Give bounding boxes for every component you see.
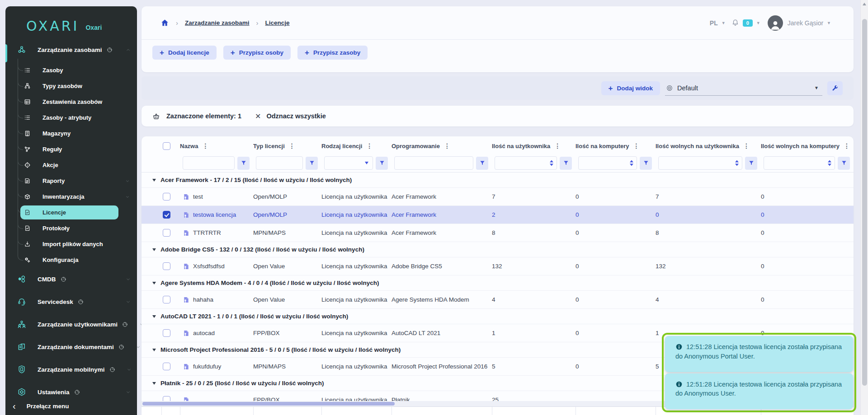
- select-all-checkbox[interactable]: [163, 142, 170, 150]
- group-header-row[interactable]: Adobe Bridge CS5 - 132 / 0 / 132 (Ilość …: [142, 242, 854, 257]
- filter-input-ilość-na-użytkownika[interactable]: [495, 156, 557, 170]
- user-menu[interactable]: Jarek Gąsior: [788, 19, 823, 27]
- chevron-down-icon[interactable]: ▼: [722, 21, 726, 25]
- collapse-group-icon[interactable]: [152, 179, 156, 182]
- chevron-down-icon[interactable]: [126, 390, 131, 395]
- number-spinner-icons[interactable]: [550, 160, 553, 166]
- filter-input-rodzaj-licencji[interactable]: [324, 156, 373, 170]
- sidebar-item-magazyny[interactable]: Magazyny: [5, 126, 137, 141]
- column-header-ilość-na-komputery[interactable]: Ilość na komputery⋮: [576, 142, 656, 149]
- scroll-up-icon[interactable]: [863, 3, 866, 5]
- number-spinner-icons[interactable]: [630, 160, 633, 166]
- column-header-ilość-wolnych-na-użytkownika[interactable]: Ilość wolnych na użytkownika⋮: [656, 142, 761, 149]
- row-checkbox[interactable]: [163, 211, 170, 219]
- number-spinner-icons[interactable]: [735, 160, 739, 166]
- sidebar-item-zasoby[interactable]: Zasoby: [5, 62, 137, 78]
- sidebar-item-licencje[interactable]: Licencje: [5, 205, 137, 220]
- action-button-dodaj-licencje[interactable]: +Dodaj licencje: [152, 46, 217, 60]
- sidebar-group-cmdb[interactable]: CMDB: [5, 268, 137, 290]
- column-menu-icon[interactable]: ⋮: [844, 142, 850, 149]
- row-checkbox[interactable]: [163, 193, 170, 201]
- column-menu-icon[interactable]: ⋮: [444, 142, 450, 149]
- chevron-down-icon[interactable]: ▼: [756, 21, 760, 25]
- avatar[interactable]: [768, 15, 783, 31]
- column-header-ilość-wolnych-na-komputery[interactable]: Ilość wolnych na komputery⋮: [761, 142, 854, 149]
- horizontal-scrollbar-thumb[interactable]: [142, 402, 395, 406]
- column-menu-icon[interactable]: ⋮: [554, 142, 561, 149]
- sidebar-group-zarządzanie-zasobami[interactable]: Zarządzanie zasobami: [5, 41, 137, 59]
- vertical-scrollbar-thumb[interactable]: [862, 19, 867, 386]
- chevron-down-icon[interactable]: [125, 179, 130, 183]
- sidebar-item-zasoby-atrybuty[interactable]: Zasoby - atrybuty: [5, 110, 137, 126]
- breadcrumb-link-zarzadzanie-zasobami[interactable]: Zarządzanie zasobami: [185, 19, 250, 26]
- filter-input-ilość-na-komputery[interactable]: [578, 156, 637, 170]
- view-settings-button[interactable]: [827, 81, 843, 95]
- column-menu-icon[interactable]: ⋮: [633, 142, 639, 149]
- chevron-down-icon[interactable]: [136, 345, 141, 350]
- chevron-down-icon[interactable]: ▼: [827, 21, 831, 25]
- column-menu-icon[interactable]: ⋮: [743, 142, 750, 149]
- toast-notification[interactable]: 12:51:28Licencja testowa licencja został…: [665, 373, 853, 410]
- breadcrumb-link-licencje[interactable]: Licencje: [265, 19, 290, 26]
- row-checkbox[interactable]: [163, 363, 170, 370]
- sidebar-group-servicedesk[interactable]: Servicedesk: [5, 290, 137, 313]
- home-icon[interactable]: [160, 19, 169, 27]
- filter-input-ilość-wolnych-na-użytkownika[interactable]: [658, 156, 742, 170]
- column-header-rodzaj-licencji[interactable]: Rodzaj licencji⋮: [321, 142, 392, 149]
- oxari-logo[interactable]: OXARI Oxari: [5, 6, 137, 36]
- sidebar-item-akcje[interactable]: Akcje: [5, 157, 137, 173]
- sidebar-item-inwentaryzacja[interactable]: Inwentaryzacja: [5, 189, 137, 205]
- filter-button-oprogramowanie[interactable]: [476, 157, 488, 170]
- filter-input-oprogramowanie[interactable]: [394, 156, 473, 170]
- column-header-oprogramowanie[interactable]: Oprogramowanie⋮: [392, 142, 492, 149]
- filter-input-ilość-wolnych-na-komputery[interactable]: [764, 156, 835, 170]
- column-menu-icon[interactable]: ⋮: [202, 142, 208, 149]
- filter-input-nazwa[interactable]: [183, 156, 235, 170]
- notifications-bell-icon[interactable]: [731, 19, 740, 27]
- sidebar-item-import-plików-danych[interactable]: Import plików danych: [5, 236, 137, 252]
- column-header-typ-licencji[interactable]: Typ licencji⋮: [253, 142, 321, 149]
- sidebar-item-raporty[interactable]: Raporty: [5, 173, 137, 189]
- chevron-down-icon[interactable]: [127, 367, 132, 372]
- filter-button-ilość-na-użytkownika[interactable]: [560, 157, 572, 170]
- sidebar-group-zarządzanie-dokumentami[interactable]: Zarządzanie dokumentami: [5, 336, 137, 358]
- row-checkbox[interactable]: [163, 262, 170, 270]
- column-menu-icon[interactable]: ⋮: [366, 142, 373, 149]
- group-header-row[interactable]: Agere Systems HDA Modem - 4 / 0 / 4 (Ilo…: [142, 275, 854, 291]
- sidebar-item-zestawienia-zasobów[interactable]: Zestawienia zasobów: [5, 94, 137, 110]
- group-header-row[interactable]: Acer Framework - 17 / 2 / 15 (Ilość / Il…: [142, 173, 854, 188]
- table-row[interactable]: hahahaOpen ValueLicencja na użytkownikaA…: [142, 291, 854, 309]
- filter-button-ilość-wolnych-na-użytkownika[interactable]: [745, 157, 757, 170]
- filter-button-ilość-na-komputery[interactable]: [640, 157, 652, 170]
- menu-toggle[interactable]: ‹ Przełącz menu: [5, 401, 137, 410]
- chevron-up-icon[interactable]: [126, 47, 131, 52]
- filter-button-ilość-wolnych-na-komputery[interactable]: [838, 157, 850, 170]
- sidebar-item-reguły[interactable]: Reguły: [5, 141, 137, 157]
- sidebar-item-protokoły[interactable]: Protokoły: [5, 220, 137, 236]
- collapse-group-icon[interactable]: [152, 248, 156, 251]
- view-selector[interactable]: Default ▼: [665, 80, 822, 96]
- vertical-scrollbar[interactable]: [860, 0, 868, 415]
- row-checkbox[interactable]: [163, 296, 170, 303]
- filter-button-typ-licencji[interactable]: [306, 157, 318, 170]
- column-header-nazwa[interactable]: Nazwa⋮: [180, 142, 253, 149]
- sidebar-item-konfiguracja[interactable]: Konfiguracja: [5, 252, 137, 268]
- language-selector[interactable]: PL: [710, 19, 718, 27]
- group-header-row[interactable]: AutoCAD LT 2021 - 1 / 0 / 1 (Ilość / Ilo…: [142, 309, 854, 324]
- sidebar-group-zarządzanie-mobilnymi[interactable]: Zarządzanie mobilnymi: [5, 358, 137, 381]
- table-row[interactable]: testowa licencjaOpen/MOLPLicencja na uży…: [142, 206, 854, 224]
- notification-count-badge[interactable]: 0: [743, 19, 753, 27]
- table-row[interactable]: XsfsdfsdfsdOpen ValueLicencja na użytkow…: [142, 257, 854, 275]
- row-checkbox[interactable]: [163, 329, 170, 337]
- filter-button-nazwa[interactable]: [237, 157, 250, 170]
- filter-button-rodzaj-licencji[interactable]: [376, 157, 388, 170]
- filter-input-typ-licencji[interactable]: [256, 156, 303, 170]
- deselect-all-button[interactable]: ✕ Odznacz wszystkie: [255, 112, 326, 121]
- select-caret-icon[interactable]: [365, 162, 368, 164]
- collapse-group-icon[interactable]: [152, 382, 156, 385]
- collapse-group-icon[interactable]: [152, 282, 156, 284]
- chevron-down-icon[interactable]: [126, 299, 131, 304]
- sidebar-item-typy-zasobów[interactable]: Typy zasobów: [5, 78, 137, 94]
- chevron-down-icon[interactable]: [126, 277, 131, 282]
- table-row[interactable]: TTRTRTRMPN/MAPSLicencja na użytkownikaAc…: [142, 224, 854, 242]
